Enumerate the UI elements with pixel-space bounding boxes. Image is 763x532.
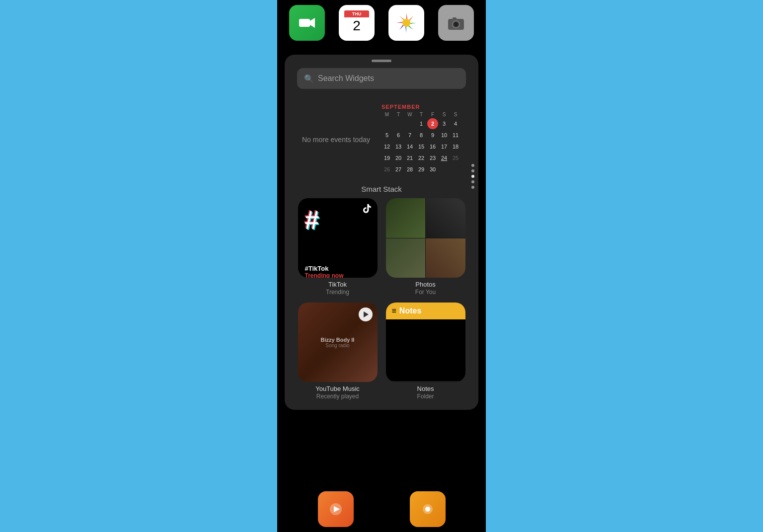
music-album-art: Bizzy Body II Song radio — [298, 303, 378, 382]
no-events-text: No more events today — [302, 136, 377, 144]
music-widget-content: Bizzy Body II Song radio — [298, 303, 378, 382]
svg-marker-7 — [405, 27, 406, 33]
svg-marker-3 — [406, 13, 407, 19]
svg-point-2 — [402, 19, 410, 27]
bottom-icon-1[interactable] — [318, 491, 354, 527]
dot-indicators — [471, 164, 474, 189]
music-subtitle: Song radio — [321, 343, 355, 348]
calendar-month: SEPTEMBER — [382, 104, 461, 110]
notes-label: Notes — [417, 385, 434, 392]
tiktok-widget-thumb[interactable]: # # # #TikTok Trending now 100M — [298, 198, 378, 278]
bottom-icon-2[interactable] — [410, 491, 446, 527]
music-sublabel: Recently played — [316, 393, 359, 400]
tiktok-label: TikTok — [328, 281, 347, 288]
calendar-grid: SEPTEMBER M T W T F S S 1 2 3 — [382, 104, 461, 175]
widgets-grid: # # # #TikTok Trending now 100M — [297, 198, 466, 400]
svg-marker-4 — [409, 16, 414, 21]
music-label: YouTube Music — [315, 385, 360, 392]
search-bar[interactable]: 🔍 Search Widgets — [297, 68, 466, 89]
photos-label: Photos — [415, 281, 435, 288]
phone-container: THU 2 — [277, 0, 486, 532]
photo-cell-2 — [426, 198, 465, 238]
search-icon: 🔍 — [304, 74, 314, 83]
photos-icon[interactable] — [388, 5, 424, 41]
notes-sublabel: Folder — [417, 393, 434, 400]
photos-sublabel: For You — [415, 289, 436, 296]
calendar-days: 1 2 3 4 5 6 7 8 9 10 11 12 13 14 15 16 1 — [382, 118, 461, 175]
svg-marker-9 — [396, 22, 402, 23]
svg-marker-8 — [398, 25, 403, 30]
drag-handle — [372, 60, 391, 62]
svg-point-13 — [454, 22, 458, 26]
notes-widget-cell[interactable]: ≡ Notes Notes Folder — [385, 303, 466, 400]
notes-header: ≡ Notes — [386, 303, 465, 319]
photos-widget-cell[interactable]: Photos For You — [385, 198, 466, 296]
dot-1 — [471, 164, 474, 167]
notes-icon: ≡ — [392, 306, 396, 315]
notes-widget-thumb[interactable]: ≡ Notes — [386, 303, 465, 382]
svg-point-18 — [425, 507, 430, 512]
bottom-icons — [285, 486, 478, 532]
camera-icon[interactable] — [438, 5, 474, 41]
svg-rect-14 — [453, 17, 457, 20]
search-placeholder: Search Widgets — [318, 74, 374, 83]
tiktok-widget-content: # # # #TikTok Trending now 100M — [298, 198, 378, 278]
svg-marker-10 — [399, 15, 404, 20]
svg-rect-0 — [299, 19, 310, 27]
facetime-icon[interactable] — [289, 5, 325, 41]
svg-marker-5 — [410, 23, 416, 24]
tiktok-widget-cell[interactable]: # # # #TikTok Trending now 100M — [297, 198, 378, 296]
notes-widget-content: ≡ Notes — [386, 303, 465, 382]
photo-cell-1 — [386, 198, 426, 238]
dot-3 — [471, 175, 474, 178]
svg-marker-6 — [408, 26, 413, 31]
tiktok-subtitle: Trending now — [305, 272, 371, 278]
calendar-icon[interactable]: THU 2 — [339, 5, 375, 41]
photos-widget-content — [386, 198, 465, 278]
tiktok-sublabel: Trending — [326, 289, 349, 296]
play-button[interactable] — [359, 307, 373, 321]
top-app-icons: THU 2 — [277, 0, 486, 41]
play-icon — [364, 311, 369, 317]
calendar-widget[interactable]: No more events today SEPTEMBER M T W T F… — [297, 97, 466, 182]
photo-cell-4 — [426, 238, 465, 278]
dot-2 — [471, 169, 474, 172]
notes-header-title: Notes — [399, 306, 421, 315]
dot-5 — [471, 186, 474, 189]
music-widget-thumb[interactable]: Bizzy Body II Song radio — [298, 303, 378, 382]
svg-marker-1 — [310, 18, 315, 28]
photos-widget-thumb[interactable] — [386, 198, 465, 278]
tiktok-logo — [362, 203, 373, 216]
tiktok-title: #TikTok — [305, 265, 371, 272]
dot-4 — [471, 180, 474, 183]
music-title: Bizzy Body II — [321, 337, 355, 343]
photo-cell-3 — [386, 238, 426, 278]
tiktok-hash-container: # # # — [305, 205, 319, 235]
calendar-weekdays: M T W T F S S — [382, 112, 461, 117]
smart-stack-label: Smart Stack — [285, 185, 478, 193]
music-widget-cell[interactable]: Bizzy Body II Song radio YouTube Music R… — [297, 303, 378, 400]
widget-panel: 🔍 Search Widgets No more events today SE… — [285, 55, 478, 410]
notes-body — [386, 319, 465, 381]
